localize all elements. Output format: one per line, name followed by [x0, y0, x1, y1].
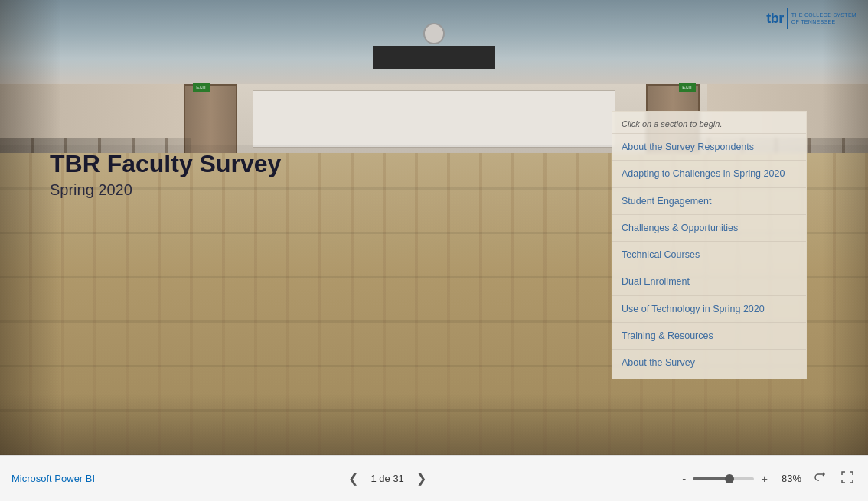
zoom-slider[interactable] [693, 477, 754, 480]
toolbar-left: Microsoft Power BI [11, 473, 95, 484]
exit-sign-right: EXIT [679, 83, 696, 92]
nav-item-challenges-opportunities[interactable]: Challenges & Opportunities [612, 214, 806, 241]
shadow-left [0, 0, 61, 455]
zoom-slider-fill [693, 477, 729, 480]
tbr-logo-text: tbr [766, 11, 784, 27]
nav-item-dual-enrollment[interactable]: Dual Enrollment [612, 268, 806, 294]
zoom-controls: - + 83% [680, 472, 801, 485]
fullscreen-button[interactable] [838, 468, 857, 490]
total-pages: 31 [393, 473, 403, 484]
nav-item-about-respondents[interactable]: About the Survey Respondents [612, 133, 806, 160]
clock-decoration [423, 23, 445, 44]
toolbar-center: ❮ 1 de 31 ❯ [344, 470, 430, 487]
shadow-right [822, 0, 868, 455]
exit-sign-left: EXIT [193, 83, 210, 92]
current-page: 1 [370, 473, 376, 484]
nav-item-training-resources[interactable]: Training & Resources [612, 322, 806, 349]
share-button[interactable] [811, 468, 829, 490]
zoom-out-button[interactable]: - [680, 472, 688, 485]
main-container: EXIT EXIT tbr THE COLLEGE SYSTEM of TENN… [0, 0, 868, 501]
logo-subtitle: THE COLLEGE SYSTEM of TENNESSEE [791, 11, 857, 25]
page-indicator: 1 de 31 [370, 473, 403, 484]
nav-item-adapting-challenges[interactable]: Adapting to Challenges in Spring 2020 [612, 160, 806, 187]
nav-instruction: Click on a section to begin. [612, 112, 806, 133]
zoom-slider-thumb[interactable] [725, 474, 734, 483]
zoom-percent-label: 83% [775, 473, 801, 484]
shadow-bottom [0, 394, 868, 455]
nav-item-about-survey[interactable]: About the Survey [612, 349, 806, 376]
slide-area: EXIT EXIT tbr THE COLLEGE SYSTEM of TENN… [0, 0, 868, 455]
logo-subtitle-line2: of TENNESSEE [791, 18, 857, 25]
slide-main-title: TBR Faculty Survey [50, 149, 281, 178]
toolbar-right: - + 83% [680, 468, 857, 490]
logo-subtitle-line1: THE COLLEGE SYSTEM [791, 11, 857, 18]
slide-subtitle: Spring 2020 [50, 181, 281, 199]
nav-item-use-technology[interactable]: Use of Technology in Spring 2020 [612, 295, 806, 322]
logo-divider [787, 8, 788, 29]
nav-item-technical-courses[interactable]: Technical Courses [612, 241, 806, 268]
prev-page-button[interactable]: ❮ [344, 470, 363, 487]
bottom-toolbar: Microsoft Power BI ❮ 1 de 31 ❯ - + 83% [0, 455, 868, 501]
ceiling [0, 0, 868, 84]
whiteboard [253, 90, 615, 148]
slide-title-block: TBR Faculty Survey Spring 2020 [50, 149, 281, 199]
sign-banner [373, 46, 495, 69]
nav-item-student-engagement[interactable]: Student Engagement [612, 187, 806, 214]
navigation-panel: Click on a section to begin. About the S… [612, 111, 807, 379]
powerbi-link[interactable]: Microsoft Power BI [11, 473, 95, 484]
zoom-in-button[interactable]: + [759, 472, 770, 485]
next-page-button[interactable]: ❯ [412, 470, 431, 487]
tbr-logo: tbr THE COLLEGE SYSTEM of TENNESSEE [766, 8, 857, 29]
page-separator: de [379, 473, 393, 484]
